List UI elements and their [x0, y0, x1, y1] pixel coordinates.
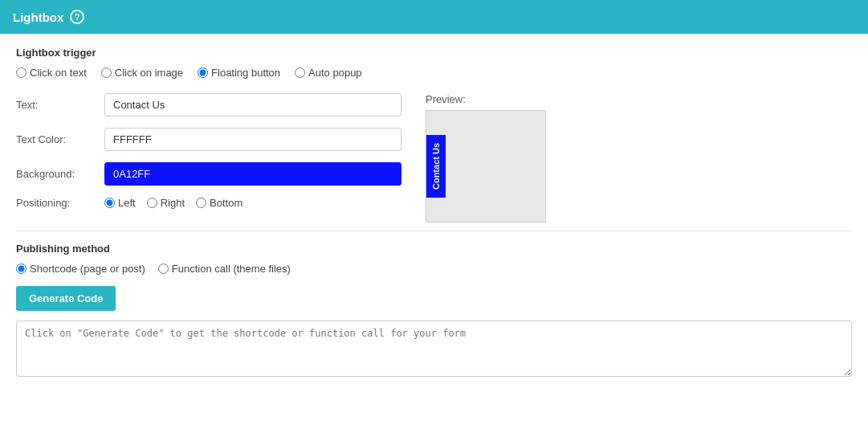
positioning-options: Left Right Bottom [104, 197, 401, 209]
positioning-radio-left[interactable] [104, 198, 115, 208]
preview-floating-button[interactable]: Contact Us [426, 135, 446, 198]
trigger-radio-click-on-image[interactable] [101, 67, 112, 78]
trigger-option-floating-button[interactable]: Floating button [198, 67, 280, 79]
trigger-label-click-on-image: Click on image [115, 67, 183, 79]
text-field-label: Text: [16, 99, 104, 111]
positioning-label-right: Right [161, 197, 185, 209]
positioning-right[interactable]: Right [147, 197, 185, 209]
trigger-option-click-on-image[interactable]: Click on image [101, 67, 183, 79]
trigger-options-row: Click on text Click on image Floating bu… [16, 67, 852, 79]
publishing-label-shortcode: Shortcode (page or post) [30, 263, 145, 275]
generate-code-button[interactable]: Generate Code [16, 286, 116, 311]
publishing-title: Publishing method [16, 243, 852, 255]
publishing-radio-function-call[interactable] [158, 263, 169, 274]
publishing-shortcode[interactable]: Shortcode (page or post) [16, 263, 145, 275]
preview-section: Preview: Contact Us [426, 93, 546, 223]
text-color-input[interactable] [104, 128, 401, 151]
trigger-label-click-on-text: Click on text [30, 67, 87, 79]
trigger-option-auto-popup[interactable]: Auto popup [295, 67, 362, 79]
positioning-radio-right[interactable] [147, 198, 157, 208]
preview-box: Contact Us [426, 110, 546, 223]
positioning-label: Positioning: [16, 197, 104, 209]
positioning-label-left: Left [118, 197, 136, 209]
preview-label: Preview: [426, 93, 546, 105]
help-icon[interactable]: ? [70, 10, 84, 24]
publishing-options-row: Shortcode (page or post) Function call (… [16, 263, 852, 275]
header-title: Lightbox [13, 10, 63, 24]
header: Lightbox ? [0, 0, 868, 34]
trigger-label-auto-popup: Auto popup [308, 67, 362, 79]
positioning-label-bottom: Bottom [210, 197, 242, 209]
trigger-option-click-on-text[interactable]: Click on text [16, 67, 87, 79]
positioning-bottom[interactable]: Bottom [196, 197, 242, 209]
publishing-label-function-call: Function call (theme files) [172, 263, 291, 275]
positioning-left[interactable]: Left [104, 197, 136, 209]
trigger-radio-click-on-text[interactable] [16, 67, 26, 78]
main-content: Lightbox trigger Click on text Click on … [0, 34, 868, 437]
publishing-radio-shortcode[interactable] [16, 263, 26, 274]
section-divider [16, 231, 852, 231]
background-label: Background: [16, 168, 104, 180]
text-color-label: Text Color: [16, 133, 104, 145]
text-input[interactable] [104, 93, 401, 116]
trigger-radio-auto-popup[interactable] [295, 67, 305, 78]
positioning-radio-bottom[interactable] [196, 198, 206, 208]
code-output-area[interactable] [16, 321, 852, 377]
lightbox-trigger-title: Lightbox trigger [16, 47, 852, 59]
trigger-radio-floating-button[interactable] [198, 67, 208, 78]
publishing-function-call[interactable]: Function call (theme files) [158, 263, 291, 275]
background-input[interactable] [104, 162, 401, 186]
trigger-label-floating-button: Floating button [211, 67, 280, 79]
